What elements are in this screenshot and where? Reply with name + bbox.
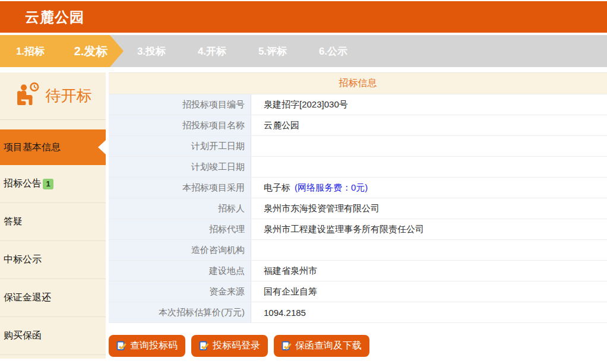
table-row: 造价咨询机构 (109, 240, 607, 261)
sidebar-item[interactable]: 招标公告 1 (0, 165, 106, 203)
sidebar-item-label: 保证金退还 (4, 292, 51, 304)
action-button-label: 查询投标码 (130, 340, 178, 352)
sidebar-menu: 项目基本信息 招标公告 1 答疑 中标公示 保证金退还 (0, 129, 106, 355)
table-row: 本招标项目采用 电子标 (网络服务费：0元) (109, 178, 607, 198)
sidebar-item[interactable]: 保证金退还 (0, 279, 106, 317)
table-row: 招投标项目编号 泉建招字[2023]030号 (109, 94, 607, 115)
row-value (251, 136, 607, 156)
row-value-text: 云麓公园 (264, 120, 299, 131)
row-value-text: 福建省泉州市 (264, 265, 317, 277)
sidebar-item-label: 项目基本信息 (4, 141, 61, 154)
notification-badge: 1 (43, 179, 53, 189)
row-label: 招投标项目名称 (109, 115, 251, 135)
waiting-person-clock-icon (14, 82, 40, 110)
tender-info-table: 招标信息 招投标项目编号 泉建招字[2023]030号 招投标项目名称 云麓公园 (109, 72, 607, 323)
sidebar-item[interactable]: 答疑 (0, 203, 106, 241)
form-check-icon (116, 341, 127, 351)
step-item[interactable]: 5.评标 (242, 45, 303, 58)
table-body: 招投标项目编号 泉建招字[2023]030号 招投标项目名称 云麓公园 计划开工… (109, 94, 607, 323)
step-progress-bar: 1.招标2.发标3.投标4.开标5.评标6.公示 (0, 35, 607, 67)
form-check-icon (199, 341, 209, 351)
row-value: 泉州市东海投资管理有限公司 (251, 198, 607, 219)
sidebar-item[interactable]: 项目基本信息 (0, 129, 106, 165)
table-row: 招标代理 泉州市工程建设监理事务所有限责任公司 (109, 219, 607, 240)
content-area: 待开标 项目基本信息 招标公告 1 答疑 中标公示 (0, 72, 607, 359)
row-value: 国有企业自筹 (251, 281, 607, 302)
step-item[interactable]: 4.开标 (182, 45, 242, 58)
table-title: 招标信息 (109, 73, 607, 94)
step-item[interactable]: 3.投标 (121, 45, 182, 58)
sidebar-item-label: 答疑 (4, 216, 23, 228)
action-button-row: 查询投标码 投标码登录 (109, 335, 607, 357)
step-item[interactable]: 2.发标 (61, 43, 121, 59)
row-value-text: 泉州市工程建设监理事务所有限责任公司 (264, 224, 424, 235)
row-label: 招标人 (109, 198, 251, 219)
status-panel: 待开标 (0, 72, 106, 120)
sidebar: 待开标 项目基本信息 招标公告 1 答疑 中标公示 (0, 72, 106, 359)
action-button-label: 投标码登录 (213, 340, 260, 352)
action-button[interactable]: 查询投标码 (109, 335, 185, 357)
sidebar-item[interactable]: 购买保函 (0, 317, 106, 355)
sidebar-item[interactable]: 中标公示 (0, 241, 106, 279)
row-label: 招标代理 (109, 219, 251, 239)
row-value (251, 240, 607, 260)
sidebar-item-label: 购买保函 (4, 330, 42, 342)
table-row: 本次招标估算价(万元) 1094.2185 (109, 302, 607, 323)
table-row: 资金来源 国有企业自筹 (109, 281, 607, 302)
row-label: 计划竣工日期 (109, 157, 251, 177)
active-item-caret-icon (98, 140, 106, 154)
row-value-text: 1094.2185 (264, 308, 306, 318)
step-item[interactable]: 1.招标 (0, 45, 61, 58)
row-value: 1094.2185 (251, 302, 607, 322)
row-label: 资金来源 (109, 281, 251, 302)
action-button[interactable]: 投标码登录 (191, 335, 268, 357)
sidebar-item-label: 中标公示 (4, 254, 42, 266)
row-value (251, 157, 607, 177)
row-label: 造价咨询机构 (109, 240, 251, 260)
table-row: 建设地点 福建省泉州市 (109, 261, 607, 281)
row-label: 计划开工日期 (109, 136, 251, 156)
row-value: 泉州市工程建设监理事务所有限责任公司 (251, 219, 607, 239)
page-title: 云麓公园 (0, 8, 84, 27)
main-content: 招标信息 招投标项目编号 泉建招字[2023]030号 招投标项目名称 云麓公园 (109, 72, 607, 359)
table-row: 计划竣工日期 (109, 157, 607, 178)
sidebar-item-label: 招标公告 (4, 178, 42, 190)
row-label: 本次招标估算价(万元) (109, 302, 251, 322)
app-header: 云麓公园 (0, 1, 607, 33)
action-button[interactable]: 保函查询及下载 (274, 335, 369, 357)
row-value: 云麓公园 (251, 115, 607, 135)
row-value-text: 泉建招字[2023]030号 (264, 99, 348, 110)
table-row: 计划开工日期 (109, 136, 607, 157)
form-check-icon (282, 341, 292, 351)
row-value-text: 泉州市东海投资管理有限公司 (264, 203, 380, 214)
row-label: 招投标项目编号 (109, 94, 251, 115)
action-button-label: 保函查询及下载 (295, 340, 362, 352)
row-value-text: 国有企业自筹 (264, 286, 317, 297)
row-value-note: (网络服务费：0元) (295, 182, 368, 194)
status-badge: 待开标 (46, 86, 92, 106)
row-value: 电子标 (网络服务费：0元) (251, 178, 607, 198)
row-label: 本招标项目采用 (109, 178, 251, 198)
row-value: 泉建招字[2023]030号 (251, 94, 607, 115)
row-value-text: 电子标 (264, 182, 290, 194)
table-row: 招标人 泉州市东海投资管理有限公司 (109, 198, 607, 219)
table-row: 招投标项目名称 云麓公园 (109, 115, 607, 136)
row-value: 福建省泉州市 (251, 261, 607, 281)
row-label: 建设地点 (109, 261, 251, 281)
step-item[interactable]: 6.公示 (303, 45, 363, 58)
